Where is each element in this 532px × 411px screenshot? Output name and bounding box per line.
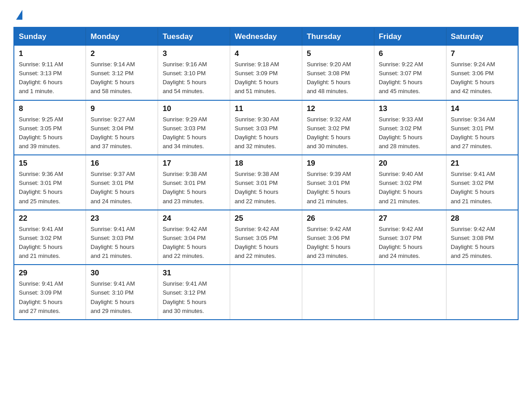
day-number: 12: [307, 104, 369, 113]
day-number: 30: [90, 269, 153, 278]
day-info: Sunrise: 9:42 AMSunset: 3:08 PMDaylight:…: [451, 226, 495, 259]
day-number: 19: [307, 159, 369, 168]
calendar-cell: 6Sunrise: 9:22 AMSunset: 3:07 PMDaylight…: [374, 46, 446, 100]
day-number: 22: [19, 214, 81, 223]
day-number: 8: [19, 104, 81, 113]
calendar-cell: [374, 265, 446, 320]
calendar-cell: 27Sunrise: 9:42 AMSunset: 3:07 PMDayligh…: [374, 210, 446, 265]
day-number: 1: [19, 49, 81, 58]
col-header-tuesday: Tuesday: [158, 27, 230, 46]
day-info: Sunrise: 9:34 AMSunset: 3:01 PMDaylight:…: [451, 116, 495, 150]
day-number: 9: [90, 104, 153, 113]
calendar-cell: 9Sunrise: 9:27 AMSunset: 3:04 PMDaylight…: [86, 100, 158, 155]
calendar-cell: 1Sunrise: 9:11 AMSunset: 3:13 PMDaylight…: [14, 46, 86, 100]
calendar-cell: 22Sunrise: 9:41 AMSunset: 3:02 PMDayligh…: [14, 210, 86, 265]
day-number: 17: [163, 159, 225, 168]
day-info: Sunrise: 9:41 AMSunset: 3:12 PMDaylight:…: [163, 280, 207, 314]
calendar-week-row: 22Sunrise: 9:41 AMSunset: 3:02 PMDayligh…: [14, 210, 518, 265]
calendar-cell: 3Sunrise: 9:16 AMSunset: 3:10 PMDaylight…: [158, 46, 230, 100]
col-header-monday: Monday: [86, 27, 158, 46]
calendar-cell: 19Sunrise: 9:39 AMSunset: 3:01 PMDayligh…: [302, 155, 374, 210]
day-number: 4: [235, 49, 297, 58]
day-number: 5: [307, 49, 369, 58]
day-number: 31: [163, 269, 225, 278]
day-number: 14: [451, 104, 513, 113]
day-info: Sunrise: 9:42 AMSunset: 3:04 PMDaylight:…: [163, 226, 207, 259]
day-number: 28: [451, 214, 513, 223]
calendar-week-row: 8Sunrise: 9:25 AMSunset: 3:05 PMDaylight…: [14, 100, 518, 155]
calendar-cell: 13Sunrise: 9:33 AMSunset: 3:02 PMDayligh…: [374, 100, 446, 155]
calendar-cell: 16Sunrise: 9:37 AMSunset: 3:01 PMDayligh…: [86, 155, 158, 210]
day-number: 20: [379, 159, 442, 168]
calendar-cell: 18Sunrise: 9:38 AMSunset: 3:01 PMDayligh…: [230, 155, 302, 210]
calendar-cell: 30Sunrise: 9:41 AMSunset: 3:10 PMDayligh…: [86, 265, 158, 320]
day-info: Sunrise: 9:39 AMSunset: 3:01 PMDaylight:…: [307, 171, 351, 204]
calendar-table: SundayMondayTuesdayWednesdayThursdayFrid…: [13, 27, 519, 320]
day-info: Sunrise: 9:41 AMSunset: 3:09 PMDaylight:…: [19, 280, 63, 314]
calendar-cell: [230, 265, 302, 320]
col-header-saturday: Saturday: [446, 27, 518, 46]
day-info: Sunrise: 9:41 AMSunset: 3:02 PMDaylight:…: [451, 171, 495, 204]
day-info: Sunrise: 9:37 AMSunset: 3:01 PMDaylight:…: [90, 171, 135, 204]
day-info: Sunrise: 9:33 AMSunset: 3:02 PMDaylight:…: [379, 116, 423, 150]
calendar-cell: 12Sunrise: 9:32 AMSunset: 3:02 PMDayligh…: [302, 100, 374, 155]
calendar-cell: 4Sunrise: 9:18 AMSunset: 3:09 PMDaylight…: [230, 46, 302, 100]
calendar-cell: 21Sunrise: 9:41 AMSunset: 3:02 PMDayligh…: [446, 155, 518, 210]
day-info: Sunrise: 9:16 AMSunset: 3:10 PMDaylight:…: [163, 61, 207, 94]
day-info: Sunrise: 9:24 AMSunset: 3:06 PMDaylight:…: [451, 61, 495, 94]
col-header-friday: Friday: [374, 27, 446, 46]
day-info: Sunrise: 9:42 AMSunset: 3:07 PMDaylight:…: [379, 226, 423, 259]
calendar-cell: 15Sunrise: 9:36 AMSunset: 3:01 PMDayligh…: [14, 155, 86, 210]
day-info: Sunrise: 9:40 AMSunset: 3:02 PMDaylight:…: [379, 171, 423, 204]
logo-triangle-icon: [16, 10, 22, 20]
calendar-week-row: 1Sunrise: 9:11 AMSunset: 3:13 PMDaylight…: [14, 46, 518, 100]
day-info: Sunrise: 9:25 AMSunset: 3:05 PMDaylight:…: [19, 116, 63, 150]
calendar-cell: 7Sunrise: 9:24 AMSunset: 3:06 PMDaylight…: [446, 46, 518, 100]
page-header: [13, 9, 519, 18]
day-number: 11: [235, 104, 297, 113]
calendar-cell: 5Sunrise: 9:20 AMSunset: 3:08 PMDaylight…: [302, 46, 374, 100]
day-number: 29: [19, 269, 81, 278]
day-info: Sunrise: 9:22 AMSunset: 3:07 PMDaylight:…: [379, 61, 423, 94]
calendar-cell: [302, 265, 374, 320]
day-info: Sunrise: 9:41 AMSunset: 3:10 PMDaylight:…: [90, 280, 135, 314]
calendar-cell: 31Sunrise: 9:41 AMSunset: 3:12 PMDayligh…: [158, 265, 230, 320]
calendar-cell: 10Sunrise: 9:29 AMSunset: 3:03 PMDayligh…: [158, 100, 230, 155]
col-header-wednesday: Wednesday: [230, 27, 302, 46]
day-info: Sunrise: 9:11 AMSunset: 3:13 PMDaylight:…: [19, 61, 63, 94]
day-number: 23: [90, 214, 153, 223]
day-number: 15: [19, 159, 81, 168]
calendar-cell: 28Sunrise: 9:42 AMSunset: 3:08 PMDayligh…: [446, 210, 518, 265]
calendar-cell: 8Sunrise: 9:25 AMSunset: 3:05 PMDaylight…: [14, 100, 86, 155]
day-info: Sunrise: 9:27 AMSunset: 3:04 PMDaylight:…: [90, 116, 135, 150]
calendar-cell: 11Sunrise: 9:30 AMSunset: 3:03 PMDayligh…: [230, 100, 302, 155]
day-info: Sunrise: 9:32 AMSunset: 3:02 PMDaylight:…: [307, 116, 351, 150]
day-number: 6: [379, 49, 442, 58]
day-number: 21: [451, 159, 513, 168]
day-number: 13: [379, 104, 442, 113]
day-info: Sunrise: 9:30 AMSunset: 3:03 PMDaylight:…: [235, 116, 279, 150]
calendar-cell: 25Sunrise: 9:42 AMSunset: 3:05 PMDayligh…: [230, 210, 302, 265]
day-number: 26: [307, 214, 369, 223]
day-info: Sunrise: 9:38 AMSunset: 3:01 PMDaylight:…: [163, 171, 207, 204]
calendar-week-row: 29Sunrise: 9:41 AMSunset: 3:09 PMDayligh…: [14, 265, 518, 320]
day-info: Sunrise: 9:36 AMSunset: 3:01 PMDaylight:…: [19, 171, 63, 204]
calendar-cell: 29Sunrise: 9:41 AMSunset: 3:09 PMDayligh…: [14, 265, 86, 320]
col-header-sunday: Sunday: [14, 27, 86, 46]
day-info: Sunrise: 9:29 AMSunset: 3:03 PMDaylight:…: [163, 116, 207, 150]
calendar-cell: 20Sunrise: 9:40 AMSunset: 3:02 PMDayligh…: [374, 155, 446, 210]
day-number: 18: [235, 159, 297, 168]
day-info: Sunrise: 9:42 AMSunset: 3:06 PMDaylight:…: [307, 226, 351, 259]
calendar-cell: 17Sunrise: 9:38 AMSunset: 3:01 PMDayligh…: [158, 155, 230, 210]
day-number: 24: [163, 214, 225, 223]
calendar-cell: [446, 265, 518, 320]
calendar-cell: 24Sunrise: 9:42 AMSunset: 3:04 PMDayligh…: [158, 210, 230, 265]
day-info: Sunrise: 9:41 AMSunset: 3:03 PMDaylight:…: [90, 226, 135, 259]
day-number: 7: [451, 49, 513, 58]
calendar-cell: 2Sunrise: 9:14 AMSunset: 3:12 PMDaylight…: [86, 46, 158, 100]
logo: [13, 9, 22, 18]
day-info: Sunrise: 9:18 AMSunset: 3:09 PMDaylight:…: [235, 61, 279, 94]
day-info: Sunrise: 9:38 AMSunset: 3:01 PMDaylight:…: [235, 171, 279, 204]
day-number: 10: [163, 104, 225, 113]
calendar-header-row: SundayMondayTuesdayWednesdayThursdayFrid…: [14, 27, 518, 46]
